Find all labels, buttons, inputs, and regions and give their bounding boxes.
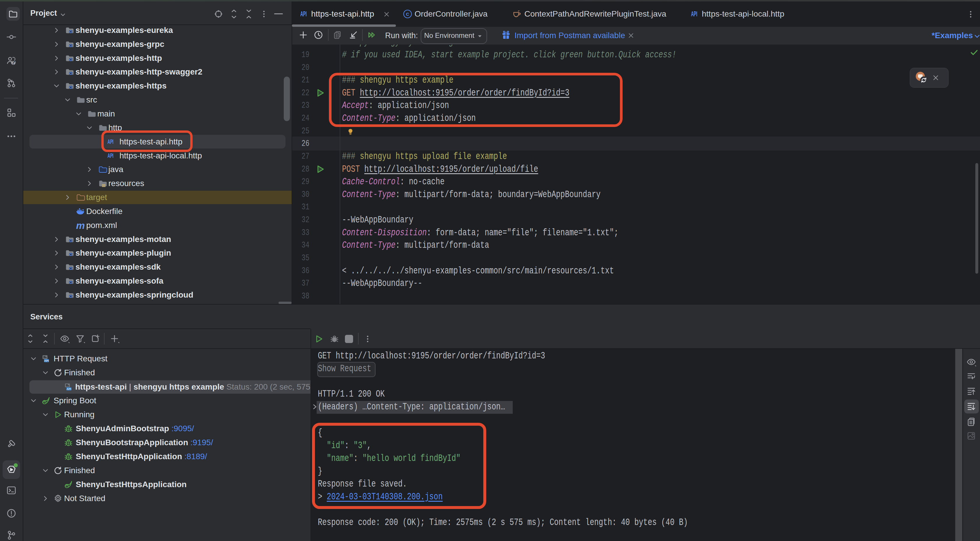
svg-text:C: C bbox=[406, 12, 409, 17]
svg-text:API: API bbox=[44, 359, 49, 362]
svg-text:API: API bbox=[67, 387, 72, 390]
svg-text:?: ? bbox=[12, 59, 15, 65]
